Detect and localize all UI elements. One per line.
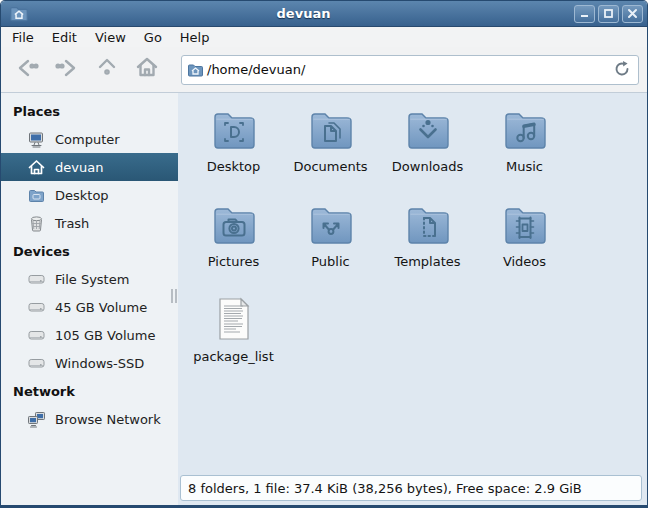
nav-buttons: [7, 52, 167, 88]
sidebar-item-trash[interactable]: Trash: [1, 209, 178, 237]
sidebar-item-45-gb-volume[interactable]: 45 GB Volume: [1, 293, 178, 321]
file-item-downloads[interactable]: Downloads: [379, 102, 476, 197]
forward-button[interactable]: [47, 52, 87, 88]
sidebar-item-label: Desktop: [55, 188, 109, 203]
minimize-icon: [579, 8, 590, 19]
folder-icon: [27, 186, 46, 205]
home-icon: [27, 158, 46, 177]
menu-file[interactable]: File: [3, 29, 43, 46]
close-button[interactable]: [622, 5, 643, 23]
file-item-templates[interactable]: Templates: [379, 197, 476, 292]
file-item-pictures[interactable]: Pictures: [185, 197, 282, 292]
menu-edit[interactable]: Edit: [43, 29, 86, 46]
toolbar: /home/devuan/: [1, 47, 647, 92]
titlebar[interactable]: devuan: [1, 1, 647, 27]
sidebar-item-label: Trash: [55, 216, 89, 231]
network-icon: [27, 410, 46, 429]
file-item-music[interactable]: Music: [476, 102, 573, 197]
file-label: Templates: [394, 254, 460, 269]
sidebar-item-windows-ssd[interactable]: Windows-SSD: [1, 349, 178, 377]
maximize-button[interactable]: [598, 5, 619, 23]
sidebar-item-browse-network[interactable]: Browse Network: [1, 405, 178, 433]
reload-button[interactable]: [610, 59, 634, 83]
sidebar-item-label: Computer: [55, 132, 120, 147]
up-button[interactable]: [87, 52, 127, 88]
folder-view[interactable]: Desktop Documents Downloads Music Pictur…: [178, 93, 647, 505]
close-icon: [627, 8, 638, 19]
path-folder-home-icon: [187, 62, 204, 78]
drive-icon: [27, 270, 46, 289]
sidebar-item-desktop[interactable]: Desktop: [1, 181, 178, 209]
file-label: Videos: [503, 254, 546, 269]
file-item-public[interactable]: Public: [282, 197, 379, 292]
sidebar-item-105-gb-volume[interactable]: 105 GB Volume: [1, 321, 178, 349]
sidebar-item-computer[interactable]: Computer: [1, 125, 178, 153]
sidebar-item-label: 105 GB Volume: [55, 328, 155, 343]
sidebar-header-network: Network: [1, 377, 178, 405]
file-item-documents[interactable]: Documents: [282, 102, 379, 197]
folder-desktop-icon: [210, 105, 258, 153]
path-input[interactable]: /home/devuan/: [207, 62, 305, 77]
drive-icon: [27, 354, 46, 373]
menu-view[interactable]: View: [86, 29, 135, 46]
folder-music-icon: [501, 105, 549, 153]
file-label: Desktop: [207, 159, 261, 174]
drive-icon: [27, 298, 46, 317]
reload-icon: [613, 60, 631, 82]
menu-help[interactable]: Help: [171, 29, 219, 46]
window-controls: [574, 5, 643, 23]
folder-downloads-icon: [404, 105, 452, 153]
file-item-package-list[interactable]: package_list: [185, 292, 282, 387]
content-area: PlacesComputerdevuanDesktopTrashDevicesF…: [1, 92, 647, 505]
sidebar-item-label: devuan: [55, 160, 103, 175]
computer-icon: [27, 130, 46, 149]
folder-pictures-icon: [210, 200, 258, 248]
maximize-icon: [603, 8, 614, 19]
sidebar: PlacesComputerdevuanDesktopTrashDevicesF…: [1, 93, 178, 505]
sidebar-header-places: Places: [1, 97, 178, 125]
sidebar-header-devices: Devices: [1, 237, 178, 265]
file-item-videos[interactable]: Videos: [476, 197, 573, 292]
file-label: Documents: [293, 159, 367, 174]
folder-public-icon: [307, 200, 355, 248]
sidebar-item-label: Browse Network: [55, 412, 161, 427]
back-icon: [14, 55, 40, 85]
back-button[interactable]: [7, 52, 47, 88]
window-title: devuan: [33, 6, 574, 21]
home-button[interactable]: [127, 52, 167, 88]
file-item-desktop[interactable]: Desktop: [185, 102, 282, 197]
path-bar[interactable]: /home/devuan/: [181, 55, 639, 85]
up-icon: [94, 55, 120, 85]
forward-icon: [54, 55, 80, 85]
file-label: Downloads: [392, 159, 463, 174]
file-label: Music: [506, 159, 543, 174]
status-bar: 8 folders, 1 file: 37.4 KiB (38,256 byte…: [180, 475, 642, 501]
folder-templates-icon: [404, 200, 452, 248]
file-manager-window: devuan FileEditViewGoHelp /home/devuan/ …: [0, 0, 648, 508]
sidebar-item-label: Windows-SSD: [55, 356, 144, 371]
file-label: Pictures: [208, 254, 259, 269]
status-text: 8 folders, 1 file: 37.4 KiB (38,256 byte…: [188, 481, 582, 496]
sidebar-item-label: 45 GB Volume: [55, 300, 147, 315]
window-folder-home-icon: [9, 4, 29, 24]
file-label: Public: [311, 254, 349, 269]
sidebar-item-devuan[interactable]: devuan: [1, 153, 178, 181]
drive-icon: [27, 326, 46, 345]
minimize-button[interactable]: [574, 5, 595, 23]
sidebar-item-label: File System: [55, 272, 129, 287]
menubar: FileEditViewGoHelp: [1, 27, 647, 47]
file-label: package_list: [193, 349, 273, 364]
file-grid: Desktop Documents Downloads Music Pictur…: [185, 102, 573, 387]
home-icon: [134, 55, 160, 85]
folder-documents-icon: [307, 105, 355, 153]
trash-icon: [27, 214, 46, 233]
text-file-icon: [210, 295, 258, 343]
menu-go[interactable]: Go: [135, 29, 171, 46]
sidebar-item-file-system[interactable]: File System: [1, 265, 178, 293]
folder-videos-icon: [501, 200, 549, 248]
